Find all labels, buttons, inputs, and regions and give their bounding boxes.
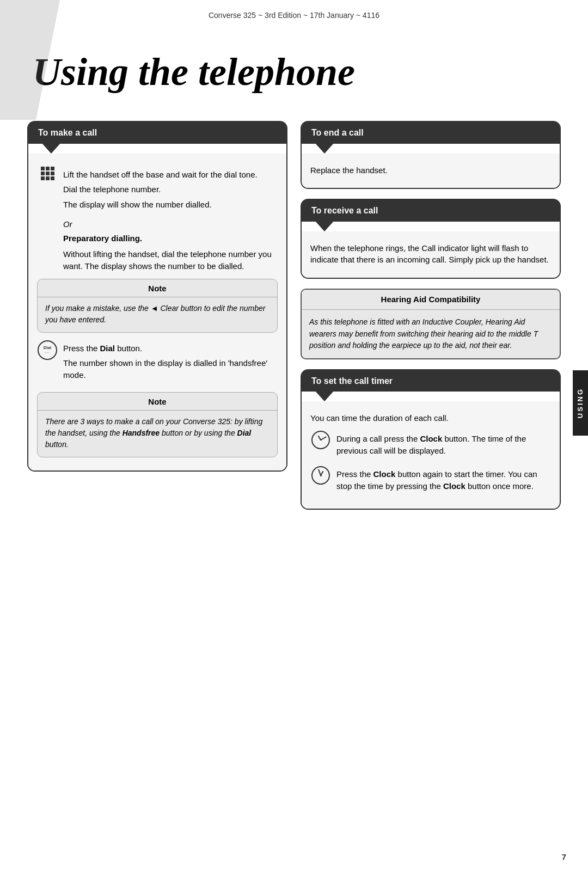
header-text: Converse 325 ~ 3rd Edition ~ 17th Januar… [209,11,379,20]
clock2-bold2: Clock [443,481,465,491]
hearing-aid-text: As this telephone is fitted with an Indu… [309,317,538,350]
clock2-pre: Press the [336,469,373,479]
display-text: The number shown in the display is diall… [63,357,278,381]
call-timer-para1: You can time the duration of each call. [310,412,551,424]
note2-text2: button or by using the [160,429,237,437]
end-call-triangle [315,143,334,154]
call-timer-heading-text: To set the call timer [311,376,393,386]
receive-call-heading-text: To receive a call [311,206,378,215]
clock-icon-1 [311,431,330,449]
call-timer-body: You can time the duration of each call. … [302,401,560,509]
call-timer-triangle [315,390,334,401]
clock2-bold: Clock [373,469,396,479]
keypad-icon [41,167,54,180]
call-timer-pointer [302,390,560,401]
clock-row-1: During a call press the Clock button. Th… [310,430,551,460]
or-text: Or [63,218,278,230]
call-timer-header: To set the call timer [302,370,560,392]
clock-icon-cell-2 [310,466,331,485]
clock-row-2: Press the Clock button again to start th… [310,465,551,496]
pointer-triangle [41,143,61,154]
clock-icon-2 [311,466,330,485]
prep-body: Without lifting the handset, dial the te… [63,248,278,272]
make-call-para2: Dial the telephone number. [63,184,258,195]
clock-center-1 [320,439,322,441]
receive-call-section: To receive a call When the telephone rin… [301,199,561,279]
make-call-row1: Lift the handset off the base and wait f… [37,166,278,214]
clock1-bold: Clock [420,434,442,443]
make-call-para3: The display will show the number dialled… [63,199,258,211]
clock2-post: button once more. [465,481,534,491]
receive-call-body: When the telephone rings, the Call indic… [302,231,560,278]
press-dial-end: button. [115,344,142,353]
dial-button-row: Dial ··· Press the Dial button. The numb… [37,339,278,384]
receive-call-header: To receive a call [302,200,560,221]
end-call-pointer [302,143,560,154]
make-call-para1: Lift the handset off the base and wait f… [63,169,258,181]
note1-body-text: If you make a mistake, use the ◄ Clear b… [45,304,266,324]
right-column: To end a call Replace the handset. To re… [301,121,561,509]
note2-header: Note [38,393,277,411]
make-call-section: To make a call [27,121,287,471]
press-dial-bold: Dial [100,344,115,353]
note2-body: There are 3 ways to make a call on your … [38,411,277,457]
note-box-2: Note There are 3 ways to make a call on … [37,392,278,457]
page-title: Using the telephone [0,21,588,110]
end-call-section: To end a call Replace the handset. [301,121,561,189]
clock-text-1: During a call press the Clock button. Th… [336,433,551,457]
make-call-heading-text: To make a call [38,128,97,137]
make-call-body: Lift the handset off the base and wait f… [28,154,286,470]
end-call-header: To end a call [302,122,560,143]
dial-icon: Dial ··· [38,340,57,360]
sidebar-label-text: USING [575,388,586,418]
title-text: Using the telephone [33,50,355,94]
note2-dial: Dial [237,429,252,437]
press-dial-text: Press the Dial button. [63,343,278,355]
dial-row-text: Press the Dial button. The number shown … [63,339,278,384]
end-call-heading-text: To end a call [311,128,364,137]
hearing-aid-header: Hearing Aid Compatibility [302,290,560,310]
note1-header: Note [38,279,277,297]
make-call-header: To make a call [28,122,286,143]
note-box-1: Note If you make a mistake, use the ◄ Cl… [37,279,278,333]
left-column: To make a call [27,121,287,509]
keypad-icon-cell [37,167,58,180]
press-dial-pre: Press the [63,344,100,353]
end-call-text: Replace the handset. [310,164,551,176]
call-timer-section: To set the call timer You can time the d… [301,369,561,510]
prep-heading: Preparatory dialling. [63,233,278,245]
receive-call-pointer [302,221,560,231]
receive-call-triangle [315,221,334,231]
note2-handsfree: Handsfree [122,429,160,437]
clock-text-2: Press the Clock button again to start th… [336,468,551,492]
make-call-pointer [28,143,286,154]
page-number: 7 [562,851,566,863]
note1-body: If you make a mistake, use the ◄ Clear b… [38,297,277,332]
clock1-pre: During a call press the [336,434,420,443]
sidebar-tab: USING [573,370,588,436]
clock-center-2 [320,475,322,476]
note2-text3: button. [45,440,69,449]
receive-call-text: When the telephone rings, the Call indic… [310,242,551,266]
make-call-text-group: Lift the handset off the base and wait f… [63,166,258,214]
hearing-aid-body: As this telephone is fitted with an Indu… [302,310,560,358]
hearing-aid-section: Hearing Aid Compatibility As this teleph… [301,289,561,359]
dial-icon-cell: Dial ··· [37,340,58,360]
content-area: To make a call [0,110,588,531]
clock-icon-cell-1 [310,431,331,449]
page-header: Converse 325 ~ 3rd Edition ~ 17th Januar… [0,0,588,21]
end-call-body: Replace the handset. [302,154,560,188]
